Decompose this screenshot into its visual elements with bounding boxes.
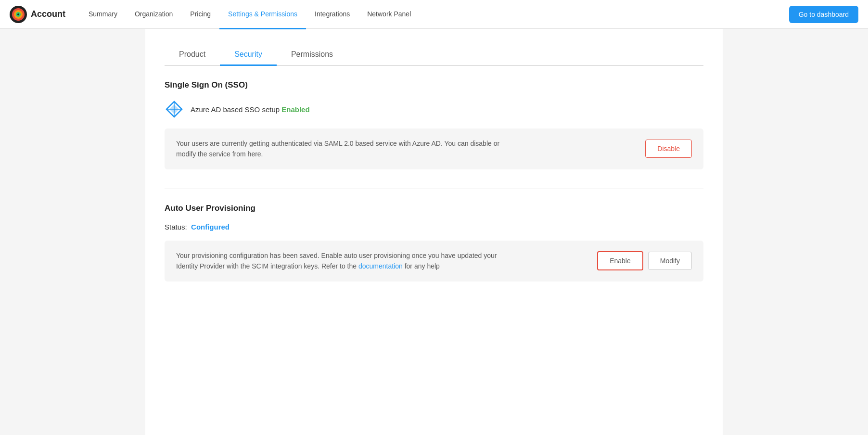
tab-permissions[interactable]: Permissions	[277, 44, 347, 66]
top-navigation: Account Summary Organization Pricing Set…	[0, 0, 868, 29]
provisioning-actions: Enable Modify	[597, 251, 692, 270]
section-divider	[165, 189, 703, 189]
nav-settings-permissions[interactable]: Settings & Permissions	[219, 0, 306, 29]
dashboard-button[interactable]: Go to dashboard	[789, 6, 858, 23]
azure-ad-icon	[165, 100, 184, 119]
nav-integrations[interactable]: Integrations	[306, 0, 358, 29]
sub-tabs: Product Security Permissions	[165, 43, 703, 66]
svg-point-4	[17, 13, 19, 15]
modify-button[interactable]: Modify	[648, 252, 692, 270]
status-configured: Configured	[191, 223, 230, 231]
logo-text: Account	[31, 9, 65, 19]
provisioning-info-box: Your provisioning configuration has been…	[165, 241, 703, 281]
nav-pricing[interactable]: Pricing	[181, 0, 219, 29]
auto-provisioning-title: Auto User Provisioning	[165, 204, 703, 213]
sso-title: Single Sign On (SSO)	[165, 80, 703, 90]
nav-links: Summary Organization Pricing Settings & …	[80, 0, 789, 29]
sso-status-enabled: Enabled	[281, 105, 309, 114]
disable-button[interactable]: Disable	[645, 140, 692, 158]
enable-button[interactable]: Enable	[597, 251, 643, 270]
tab-security[interactable]: Security	[220, 44, 277, 66]
nav-network-panel[interactable]: Network Panel	[358, 0, 420, 29]
sso-provider-label: Azure AD based SSO setup Enabled	[191, 105, 310, 114]
logo-icon	[10, 6, 27, 23]
sso-info-box: Your users are currently getting authent…	[165, 128, 703, 169]
sso-provider-row: Azure AD based SSO setup Enabled	[165, 100, 703, 119]
provisioning-status-row: Status: Configured	[165, 223, 703, 231]
sso-section: Single Sign On (SSO) Azure AD based SSO …	[165, 80, 703, 169]
auto-provisioning-section: Auto User Provisioning Status: Configure…	[165, 204, 703, 281]
documentation-link[interactable]: documentation	[358, 262, 403, 270]
tab-product[interactable]: Product	[165, 44, 220, 66]
nav-summary[interactable]: Summary	[80, 0, 126, 29]
nav-organization[interactable]: Organization	[126, 0, 181, 29]
logo: Account	[10, 6, 65, 23]
status-label: Status:	[165, 223, 187, 231]
sso-info-text: Your users are currently getting authent…	[176, 138, 513, 160]
provisioning-info-text: Your provisioning configuration has been…	[176, 250, 513, 272]
main-content: Product Security Permissions Single Sign…	[145, 29, 723, 435]
